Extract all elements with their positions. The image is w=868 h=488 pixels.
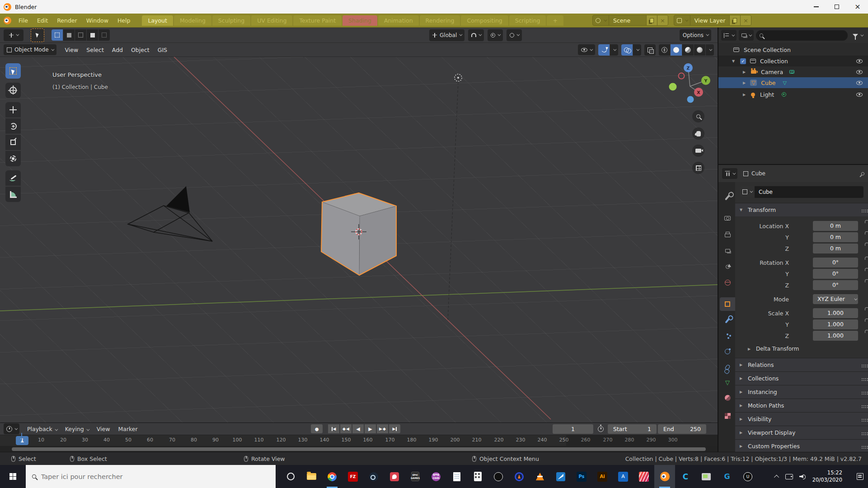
transform-section-header[interactable]: ▼ Transform — [735, 203, 868, 216]
properties-tab-object-data[interactable]: ▽ — [720, 375, 735, 389]
scale-z-field[interactable]: 1.000 — [813, 331, 858, 341]
tool-scale[interactable] — [5, 135, 21, 150]
view-layer-name[interactable]: View Layer — [690, 17, 730, 24]
outliner-row-collection[interactable]: ▼ ✓ Collection — [718, 56, 868, 66]
properties-tab-scene[interactable] — [720, 260, 735, 273]
navigation-gizmo[interactable]: Z Y X — [661, 61, 715, 115]
app-g[interactable]: G — [717, 465, 737, 488]
section-custom-properties[interactable]: ▶Custom Properties — [735, 439, 868, 453]
scene-name[interactable]: Scene — [609, 17, 646, 24]
active-tool-selector[interactable] — [4, 29, 23, 41]
blender-menu-icon[interactable] — [4, 17, 11, 24]
tablet-icon[interactable] — [785, 474, 793, 479]
action-center-icon[interactable] — [857, 473, 863, 480]
panel-grip-icon[interactable] — [862, 365, 863, 366]
select-mode-invert-button[interactable] — [87, 29, 98, 41]
camera-view-button[interactable] — [692, 145, 704, 157]
menu-file[interactable]: File — [14, 16, 33, 25]
remove-view-layer-button[interactable]: × — [740, 15, 751, 25]
viewport-menu-object[interactable]: Object — [127, 45, 154, 55]
disclosure-icon[interactable]: ▶ — [743, 93, 747, 97]
jump-to-start-button[interactable]: ◀ — [328, 424, 339, 433]
tool-measure[interactable] — [5, 187, 21, 202]
tab-animation[interactable]: Animation — [378, 15, 419, 26]
scene-selector[interactable]: Scene × — [592, 15, 668, 26]
location-z-field[interactable]: 0 m — [813, 244, 858, 253]
select-mode-subtract-button[interactable] — [75, 29, 86, 41]
tab-scripting[interactable]: Scripting — [509, 15, 546, 26]
new-scene-button[interactable] — [646, 15, 657, 25]
3d-viewport[interactable]: User Perspective (1) Collection | Cube Z… — [0, 57, 718, 422]
menu-render[interactable]: Render — [52, 16, 82, 25]
panel-grip-icon[interactable] — [862, 392, 863, 393]
app-calculator[interactable] — [467, 465, 488, 488]
properties-tab-tool[interactable] — [720, 191, 735, 204]
panel-grip-icon[interactable] — [862, 446, 863, 447]
properties-tab-physics[interactable] — [720, 345, 735, 358]
menu-edit[interactable]: Edit — [33, 16, 52, 25]
tool-rotate[interactable] — [5, 118, 21, 134]
outliner-search[interactable] — [756, 30, 848, 41]
tab-layout[interactable]: Layout — [142, 15, 173, 26]
start-button[interactable] — [0, 465, 26, 488]
snap-target-dropdown[interactable] — [488, 29, 503, 41]
object-name-field[interactable]: Cube — [755, 186, 863, 198]
shading-wireframe-button[interactable] — [659, 44, 670, 56]
timeline-menu-view[interactable]: View — [93, 424, 114, 434]
app-scanner[interactable] — [550, 465, 571, 488]
app-affinity-publisher[interactable] — [633, 465, 654, 488]
start-frame-field[interactable]: Start1 — [608, 424, 657, 434]
outliner-search-input[interactable] — [766, 32, 844, 38]
rotation-x-field[interactable]: 0° — [813, 258, 858, 267]
new-view-layer-button[interactable] — [729, 15, 740, 25]
app-blender-active[interactable] — [654, 465, 675, 488]
app-chrome[interactable] — [322, 465, 343, 488]
prev-keyframe-button[interactable]: ◆◀ — [340, 424, 352, 433]
editor-type-dropdown[interactable] — [721, 30, 737, 41]
axis-minus-y-ball[interactable] — [669, 83, 677, 91]
next-keyframe-button[interactable]: ▶◆ — [377, 424, 388, 433]
menu-help[interactable]: Help — [113, 16, 135, 25]
proportional-edit-dropdown[interactable] — [507, 29, 522, 41]
app-red-game[interactable] — [384, 465, 405, 488]
light-object[interactable] — [455, 74, 462, 81]
tool-annotate[interactable] — [5, 170, 21, 186]
menu-window[interactable]: Window — [82, 16, 113, 25]
tab-shading[interactable]: Shading — [343, 15, 377, 26]
section-relations[interactable]: ▶Relations — [735, 358, 868, 371]
snap-toggle-dropdown[interactable] — [468, 29, 484, 41]
outliner-row-cube[interactable]: ▶ ▽ Cube ▽ — [718, 77, 868, 88]
pan-button[interactable] — [692, 127, 704, 140]
view-layer-selector[interactable]: View Layer × — [674, 15, 751, 26]
tool-cursor[interactable] — [5, 83, 21, 98]
location-y-field[interactable]: 0 m — [813, 232, 858, 242]
select-visibility-dropdown[interactable] — [578, 44, 595, 55]
active-tool-button[interactable] — [31, 28, 44, 42]
minimize-button[interactable] — [806, 0, 826, 14]
properties-tab-texture[interactable] — [720, 409, 735, 422]
panel-grip-icon[interactable] — [862, 432, 863, 433]
panel-grip-icon[interactable] — [862, 405, 863, 406]
timeline-menu-marker[interactable]: Marker — [114, 424, 141, 434]
camera-object[interactable] — [128, 186, 212, 241]
rotation-mode-dropdown[interactable]: XYZ Euler — [813, 294, 858, 304]
shading-rendered-button[interactable] — [694, 44, 705, 56]
panel-grip-icon[interactable] — [862, 378, 863, 379]
tab-modeling[interactable]: Modeling — [174, 15, 211, 26]
viewport-menu-add[interactable]: Add — [108, 45, 127, 55]
app-photoshop[interactable]: Ps — [571, 465, 592, 488]
section-collections[interactable]: ▶Collections — [735, 371, 868, 385]
outliner-row-light[interactable]: ▶ Light — [718, 89, 868, 100]
current-frame-indicator[interactable]: 1 — [16, 436, 28, 445]
scene-browse-icon[interactable] — [593, 15, 609, 25]
show-overlays-toggle[interactable] — [621, 44, 633, 56]
app-vlc[interactable] — [530, 465, 550, 488]
maximize-button[interactable] — [826, 0, 847, 14]
section-visibility[interactable]: ▶Visibility — [735, 412, 868, 426]
section-motion-paths[interactable]: ▶Motion Paths — [735, 399, 868, 412]
app-gog[interactable]: gogcom — [426, 465, 446, 488]
disclosure-icon[interactable]: ▶ — [743, 70, 747, 74]
axis-minus-z-ball[interactable] — [687, 96, 694, 103]
taskbar-clock[interactable]: 15:22 20/03/2020 — [812, 469, 842, 483]
disclosure-icon[interactable]: ▶ — [743, 81, 747, 85]
